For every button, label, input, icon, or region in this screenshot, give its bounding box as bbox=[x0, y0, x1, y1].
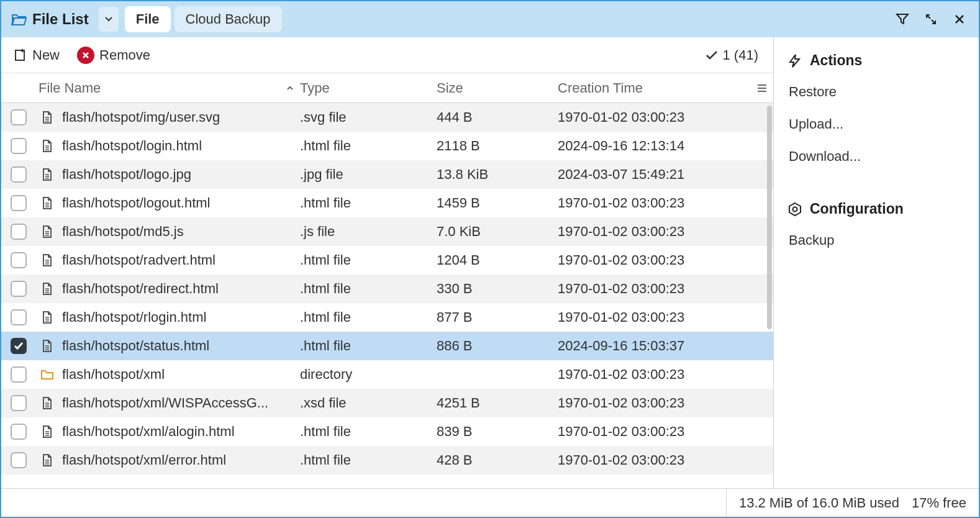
file-time: 2024-03-07 15:49:21 bbox=[558, 166, 773, 183]
file-name: flash/hotspot/img/user.svg bbox=[62, 109, 220, 125]
file-size: 886 B bbox=[437, 338, 558, 354]
table-row[interactable]: flash/hotspot/xml/alogin.html.html file8… bbox=[1, 417, 773, 446]
table-row[interactable]: flash/hotspot/xmldirectory1970-01-02 03:… bbox=[1, 360, 773, 389]
file-time: 1970-01-02 03:00:23 bbox=[558, 424, 773, 440]
expand-icon bbox=[925, 13, 937, 25]
tab-cloud-backup[interactable]: Cloud Backup bbox=[175, 6, 282, 32]
actions-header: Actions bbox=[787, 52, 965, 69]
file-name: flash/hotspot/xml/error.html bbox=[62, 452, 226, 468]
file-icon bbox=[39, 225, 56, 239]
row-checkbox[interactable] bbox=[11, 309, 27, 325]
file-type: .html file bbox=[300, 338, 437, 354]
file-icon bbox=[39, 396, 56, 410]
row-checkbox[interactable] bbox=[11, 138, 27, 154]
folder-open-icon bbox=[11, 12, 27, 26]
file-time: 1970-01-02 03:00:23 bbox=[558, 281, 773, 297]
file-type: .html file bbox=[300, 252, 437, 268]
file-time: 1970-01-02 03:00:23 bbox=[558, 109, 773, 125]
file-size: 1459 B bbox=[437, 195, 558, 211]
file-name: flash/hotspot/status.html bbox=[62, 338, 209, 354]
action-restore[interactable]: Restore bbox=[787, 79, 965, 105]
close-icon bbox=[954, 14, 965, 25]
table-row[interactable]: flash/hotspot/rlogin.html.html file877 B… bbox=[1, 303, 773, 332]
topbar: File List File Cloud Backup bbox=[1, 1, 979, 37]
file-type: .html file bbox=[300, 138, 437, 154]
file-type: .html file bbox=[300, 281, 437, 297]
table-header: File Name Type Size Creation Time bbox=[1, 73, 773, 103]
filter-button[interactable] bbox=[889, 6, 915, 32]
file-name: flash/hotspot/xml bbox=[62, 366, 165, 383]
columns-menu-button[interactable] bbox=[751, 84, 773, 93]
file-type: .js file bbox=[300, 224, 437, 240]
table-row[interactable]: flash/hotspot/img/user.svg.svg file444 B… bbox=[1, 103, 773, 132]
row-checkbox[interactable] bbox=[11, 195, 27, 211]
file-size: 7.0 KiB bbox=[437, 224, 558, 240]
table-row[interactable]: flash/hotspot/radvert.html.html file1204… bbox=[1, 246, 773, 275]
title-dropdown-button[interactable] bbox=[99, 7, 119, 32]
row-checkbox[interactable] bbox=[11, 424, 27, 440]
table-row[interactable]: flash/hotspot/logo.jpg.jpg file13.8 KiB2… bbox=[1, 160, 773, 189]
row-checkbox[interactable] bbox=[11, 366, 27, 383]
main: New Remove 1 (41) File Name bbox=[1, 37, 979, 488]
table-row[interactable]: flash/hotspot/logout.html.html file1459 … bbox=[1, 189, 773, 217]
action-upload[interactable]: Upload... bbox=[787, 111, 965, 137]
file-name: flash/hotspot/xml/WISPAccessG... bbox=[62, 395, 268, 411]
table-row[interactable]: flash/hotspot/redirect.html.html file330… bbox=[1, 275, 773, 303]
storage-usage: 13.2 MiB of 16.0 MiB used bbox=[739, 495, 899, 511]
file-type: .xsd file bbox=[300, 395, 437, 411]
file-icon bbox=[39, 168, 56, 181]
file-name: flash/hotspot/rlogin.html bbox=[62, 309, 206, 325]
table-row[interactable]: flash/hotspot/xml/WISPAccessG....xsd fil… bbox=[1, 389, 773, 417]
table-row[interactable]: flash/hotspot/login.html.html file2118 B… bbox=[1, 132, 773, 160]
header-time[interactable]: Creation Time bbox=[558, 80, 751, 96]
file-icon bbox=[39, 311, 56, 324]
table-row[interactable]: flash/hotspot/md5.js.js file7.0 KiB1970-… bbox=[1, 217, 773, 246]
sidebar: Actions Restore Upload... Download... Co… bbox=[774, 37, 979, 488]
config-backup[interactable]: Backup bbox=[787, 227, 965, 253]
file-name: flash/hotspot/redirect.html bbox=[62, 281, 219, 297]
row-checkbox[interactable] bbox=[11, 395, 27, 411]
table-row[interactable]: flash/hotspot/xml/error.html.html file42… bbox=[1, 446, 773, 475]
table-body[interactable]: flash/hotspot/img/user.svg.svg file444 B… bbox=[1, 103, 773, 488]
remove-button[interactable]: Remove bbox=[73, 44, 154, 66]
file-type: .html file bbox=[300, 309, 437, 325]
header-name[interactable]: File Name bbox=[36, 80, 300, 96]
row-checkbox[interactable] bbox=[11, 109, 27, 125]
file-size: 330 B bbox=[437, 281, 558, 297]
row-checkbox[interactable] bbox=[11, 281, 27, 297]
file-icon bbox=[39, 111, 56, 124]
file-time: 1970-01-02 03:00:23 bbox=[558, 195, 773, 211]
file-name: flash/hotspot/md5.js bbox=[62, 224, 184, 240]
new-button[interactable]: New bbox=[10, 45, 63, 66]
table-row[interactable]: flash/hotspot/status.html.html file886 B… bbox=[1, 332, 773, 360]
tabs: File Cloud Backup bbox=[125, 6, 282, 32]
toolbar: New Remove 1 (41) bbox=[1, 37, 773, 73]
file-time: 1970-01-02 03:00:23 bbox=[558, 395, 773, 411]
folder-icon bbox=[39, 368, 56, 381]
file-type: .html file bbox=[300, 424, 437, 440]
file-list-pane: New Remove 1 (41) File Name bbox=[1, 37, 774, 488]
file-time: 2024-09-16 15:03:37 bbox=[558, 338, 773, 354]
row-checkbox[interactable] bbox=[11, 338, 27, 354]
row-checkbox[interactable] bbox=[11, 224, 27, 240]
file-type: .html file bbox=[300, 452, 437, 468]
file-name: flash/hotspot/radvert.html bbox=[62, 252, 216, 268]
file-time: 2024-09-16 12:13:14 bbox=[558, 138, 773, 154]
remove-label: Remove bbox=[99, 47, 150, 63]
tab-file[interactable]: File bbox=[125, 6, 171, 32]
file-icon bbox=[39, 282, 56, 296]
file-size: 1204 B bbox=[437, 252, 558, 268]
close-button[interactable] bbox=[946, 6, 973, 32]
header-type[interactable]: Type bbox=[300, 80, 437, 96]
row-checkbox[interactable] bbox=[11, 166, 27, 183]
file-type: directory bbox=[300, 366, 437, 383]
storage-free: 17% free bbox=[912, 495, 966, 511]
file-name: flash/hotspot/login.html bbox=[62, 138, 202, 154]
expand-button[interactable] bbox=[918, 6, 944, 32]
scrollbar-thumb[interactable] bbox=[767, 106, 772, 329]
row-checkbox[interactable] bbox=[11, 252, 27, 268]
header-size[interactable]: Size bbox=[437, 80, 558, 96]
action-download[interactable]: Download... bbox=[787, 143, 965, 170]
row-checkbox[interactable] bbox=[11, 452, 27, 468]
svg-point-1 bbox=[793, 207, 797, 211]
